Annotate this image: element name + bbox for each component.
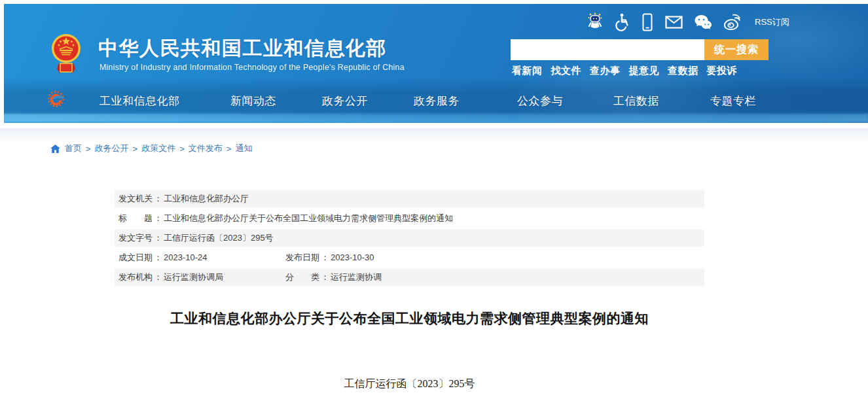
nav-item-gov-open[interactable]: 政务公开 — [322, 94, 368, 109]
breadcrumb-separator: > — [133, 144, 138, 154]
meta-cell: 发文字号：工信厅运行函〔2023〕295号 — [115, 230, 274, 247]
breadcrumb-home[interactable]: 首页 — [65, 143, 82, 154]
meta-value: 运行监测协调 — [331, 272, 382, 282]
site-subtitle: Ministry of Industry and Information Tec… — [99, 63, 405, 72]
site-title: 中华人民共和国工业和信息化部 — [98, 35, 387, 62]
site-header-banner: RSS订阅 中华人民共和国工业和信息化部 Ministry of Industr… — [4, 4, 868, 123]
search-input[interactable] — [511, 39, 704, 60]
quick-link-services[interactable]: 查办事 — [590, 65, 621, 77]
meta-cell: 分 类：运行监测协调 — [281, 269, 382, 286]
nav-item-topics[interactable]: 专题专栏 — [710, 94, 756, 109]
wechat-icon[interactable] — [694, 12, 712, 32]
quick-link-feedback[interactable]: 提意见 — [629, 65, 660, 77]
breadcrumb-separator: > — [86, 144, 91, 154]
nav-item-news[interactable]: 新闻动态 — [230, 94, 276, 109]
banner-bottom-gradient — [0, 128, 868, 143]
utility-icon-bar: RSS订阅 — [587, 12, 789, 33]
meta-value: 工业和信息化部办公厅 — [164, 194, 249, 203]
miit-gear-logo-icon — [47, 90, 65, 109]
quick-link-news[interactable]: 看新闻 — [512, 65, 543, 77]
meta-value: 2023-10-30 — [331, 252, 374, 262]
accessibility-icon[interactable] — [615, 12, 630, 32]
meta-value: 2023-10-24 — [164, 252, 208, 262]
breadcrumb-notice[interactable]: 通知 — [235, 143, 252, 154]
quick-link-data[interactable]: 查数据 — [668, 65, 698, 77]
national-emblem-logo — [51, 31, 81, 76]
meta-cell: 发布日期：2023-10-30 — [281, 249, 374, 266]
meta-cell: 发布机构：运行监测协调局 — [115, 269, 223, 286]
breadcrumb-gov-open[interactable]: 政务公开 — [95, 143, 129, 154]
unified-search-button[interactable]: 统一搜索 — [704, 39, 769, 60]
breadcrumb-publish[interactable]: 文件发布 — [189, 143, 223, 154]
rss-subscribe-link[interactable]: RSS订阅 — [755, 16, 789, 28]
page: RSS订阅 中华人民共和国工业和信息化部 Ministry of Industr… — [0, 0, 868, 397]
mail-icon[interactable] — [665, 12, 683, 32]
meta-row-title: 标 题：工业和信息化部办公厅关于公布全国工业领域电力需求侧管理典型案例的通知 — [115, 210, 704, 227]
meta-value: 工信厅运行函〔2023〕295号 — [164, 233, 274, 243]
nav-item-data[interactable]: 工信数据 — [613, 94, 659, 109]
breadcrumb: 首页 > 政务公开 > 政策文件 > 文件发布 > 通知 — [50, 143, 252, 154]
meta-row-publisher: 发布机构：运行监测协调局 分 类：运行监测协调 — [115, 269, 704, 286]
meta-cell: 成文日期：2023-10-24 — [115, 249, 208, 266]
quick-link-documents[interactable]: 找文件 — [551, 65, 582, 77]
nav-item-public[interactable]: 公众参与 — [517, 94, 563, 109]
meta-cell: 标 题：工业和信息化部办公厅关于公布全国工业领域电力需求侧管理典型案例的通知 — [115, 210, 453, 227]
ai-assistant-icon[interactable] — [587, 12, 604, 32]
breadcrumb-policy[interactable]: 政策文件 — [141, 143, 175, 154]
meta-row-issuing-agency: 发文机关：工业和信息化部办公厅 — [115, 190, 704, 207]
quick-link-complaint[interactable]: 要投诉 — [707, 65, 738, 77]
mobile-icon[interactable] — [641, 12, 654, 32]
meta-cell: 发文机关：工业和信息化部办公厅 — [115, 190, 249, 207]
article-title: 工业和信息化部办公厅关于公布全国工业领域电力需求侧管理典型案例的通知 — [115, 309, 704, 328]
meta-row-dates: 成文日期：2023-10-24 发布日期：2023-10-30 — [115, 249, 704, 266]
breadcrumb-separator: > — [179, 144, 185, 154]
article-doc-number: 工信厅运行函〔2023〕295号 — [115, 377, 704, 391]
nav-item-miit[interactable]: 工业和信息化部 — [99, 94, 180, 109]
breadcrumb-separator: > — [226, 144, 232, 154]
meta-value: 工业和信息化部办公厅关于公布全国工业领域电力需求侧管理典型案例的通知 — [164, 213, 453, 223]
meta-row-doc-number: 发文字号：工信厅运行函〔2023〕295号 — [115, 230, 704, 247]
home-icon[interactable] — [50, 145, 60, 153]
meta-value: 运行监测协调局 — [164, 272, 223, 282]
nav-item-gov-serve[interactable]: 政务服务 — [414, 94, 460, 109]
quick-links-bar: 看新闻 找文件 查办事 提意见 查数据 要投诉 — [512, 65, 737, 77]
weibo-icon[interactable] — [723, 12, 742, 32]
document-meta-table: 发文机关：工业和信息化部办公厅 标 题：工业和信息化部办公厅关于公布全国工业领域… — [115, 190, 704, 288]
